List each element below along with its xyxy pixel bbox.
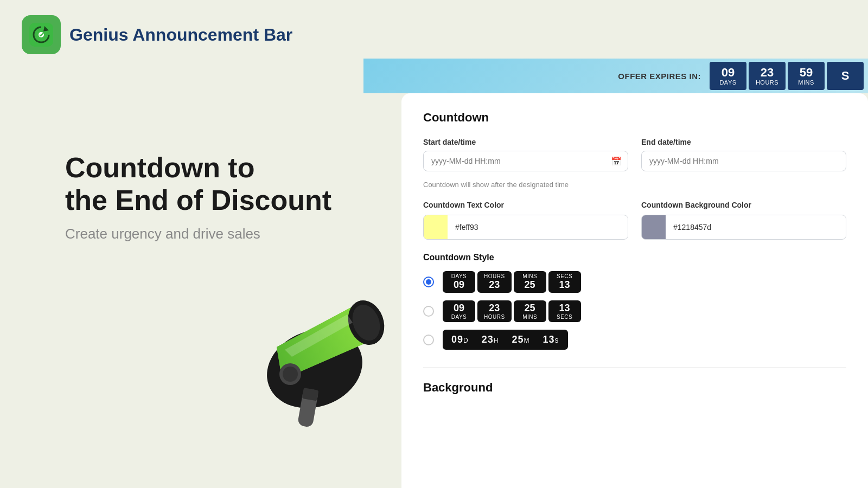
- megaphone-illustration: [228, 271, 401, 445]
- style-option-2[interactable]: 09 DAYS 23 HOURS 25 MINS 13 SECS: [423, 300, 846, 322]
- style-3-radio[interactable]: [423, 335, 434, 345]
- start-date-label: Start date/time: [423, 138, 628, 146]
- start-calendar-icon: 📅: [611, 156, 622, 166]
- style-2-secs: 13 SECS: [548, 300, 581, 322]
- bg-color-swatch[interactable]: [642, 215, 666, 239]
- background-title: Background: [423, 381, 846, 395]
- style-section: Countdown Style DAYS 09 HOURS 23: [423, 253, 846, 350]
- style-1-secs: SECS 13: [548, 271, 581, 293]
- bg-color-group: Countdown Background Color: [641, 201, 846, 240]
- text-color-swatch[interactable]: [424, 215, 448, 239]
- bg-color-wrapper: [641, 215, 846, 240]
- section-title: Countdown: [423, 111, 846, 125]
- hero-section: Countdown to the End of Discount Create …: [65, 152, 331, 242]
- style-1-preview: DAYS 09 HOURS 23 MINS 25 SECS 13: [443, 271, 581, 293]
- style-2-hours: 23 HOURS: [477, 300, 512, 322]
- hero-subtitle: Create urgency and drive sales: [65, 226, 331, 242]
- text-color-input[interactable]: [448, 217, 628, 237]
- bg-color-label: Countdown Background Color: [641, 201, 846, 209]
- style-1-mins: MINS 25: [514, 271, 546, 293]
- style-section-title: Countdown Style: [423, 253, 846, 262]
- settings-panel: Countdown Start date/time 📅 End date/tim…: [401, 93, 868, 488]
- text-color-label: Countdown Text Color: [423, 201, 628, 209]
- text-color-group: Countdown Text Color: [423, 201, 628, 240]
- style-3-preview: 09D 23H 25M 13s: [443, 330, 568, 350]
- style-2-radio[interactable]: [423, 306, 434, 317]
- style-options: DAYS 09 HOURS 23 MINS 25 SECS 13: [423, 271, 846, 350]
- style-2-preview: 09 DAYS 23 HOURS 25 MINS 13 SECS: [443, 300, 581, 322]
- style-option-1[interactable]: DAYS 09 HOURS 23 MINS 25 SECS 13: [423, 271, 846, 293]
- text-color-wrapper: [423, 215, 628, 240]
- background-section: Background: [423, 367, 846, 395]
- countdown-hours: 23 HOURS: [749, 62, 786, 90]
- end-date-input[interactable]: [641, 151, 846, 171]
- announcement-bar-preview: OFFER EXPIRES IN: 09 DAYS 23 HOURS 59 MI…: [363, 59, 868, 93]
- countdown-boxes: 09 DAYS 23 HOURS 59 MINS S: [710, 62, 864, 90]
- end-date-label: End date/time: [641, 138, 846, 146]
- countdown-secs: S: [827, 62, 864, 90]
- hero-title: Countdown to the End of Discount: [65, 152, 331, 217]
- style-1-days: DAYS 09: [443, 271, 475, 293]
- start-date-group: Start date/time 📅: [423, 138, 628, 171]
- svg-point-8: [283, 367, 298, 382]
- countdown-mins: 59 MINS: [788, 62, 825, 90]
- color-row: Countdown Text Color Countdown Backgroun…: [423, 201, 846, 240]
- countdown-days: 09 DAYS: [710, 62, 746, 90]
- hint-text: Countdown will show after the designated…: [423, 180, 846, 190]
- style-2-days: 09 DAYS: [443, 300, 475, 322]
- end-date-group: End date/time: [641, 138, 846, 171]
- app-title: Genius Announcement Bar: [69, 25, 292, 45]
- date-row: Start date/time 📅 End date/time: [423, 138, 846, 171]
- start-date-input[interactable]: [423, 151, 628, 171]
- style-2-mins: 25 MINS: [514, 300, 546, 322]
- end-date-wrapper: [641, 151, 846, 171]
- style-1-radio[interactable]: [423, 277, 434, 287]
- app-logo: [22, 15, 61, 54]
- style-1-hours: HOURS 23: [477, 271, 512, 293]
- start-date-wrapper: 📅: [423, 151, 628, 171]
- bg-color-input[interactable]: [666, 217, 846, 237]
- style-option-3[interactable]: 09D 23H 25M 13s: [423, 330, 846, 350]
- offer-label: OFFER EXPIRES IN:: [618, 72, 701, 81]
